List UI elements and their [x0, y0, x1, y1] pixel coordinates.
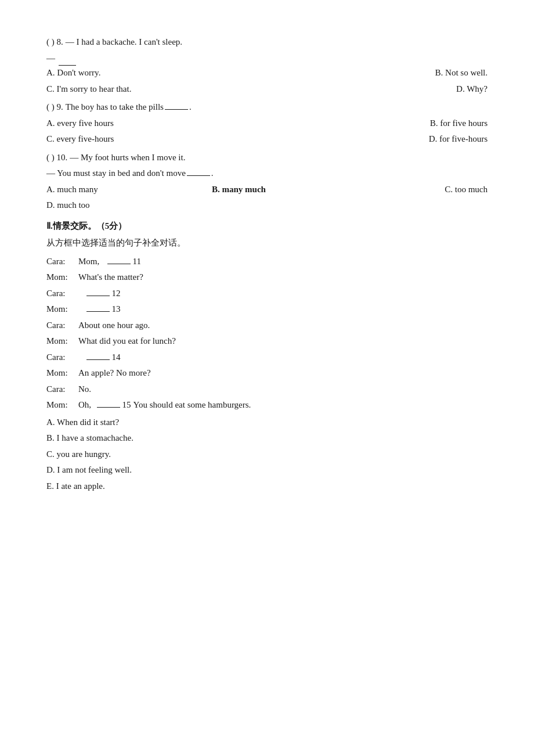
- q8-dash: —: [46, 51, 488, 66]
- blank-12-num: 12: [112, 286, 121, 301]
- speaker-cara-4: Cara:: [46, 350, 78, 365]
- q10-answer-d: D. much too: [46, 198, 488, 213]
- q8-answer-d: D. Why?: [267, 82, 488, 97]
- mom-text-5b: You should eat some hamburgers.: [134, 398, 251, 413]
- question-10: ( ) 10. — My foot hurts when I move it. …: [46, 150, 488, 213]
- question-9: ( ) 9. The boy has to take the pills . A…: [46, 100, 488, 147]
- cara-text-2: [78, 286, 83, 301]
- q10-blank: [187, 175, 210, 176]
- q8-answer-b: B. Not so well.: [267, 66, 488, 81]
- dialogue-line-8: Mom: An apple? No more?: [46, 366, 488, 381]
- dialogue-line-2: Mom: What's the matter?: [46, 270, 488, 285]
- cara-text-5: No.: [78, 382, 91, 397]
- dialogue-line-9: Cara: No.: [46, 382, 488, 397]
- mom-text-3: What did you eat for lunch?: [78, 334, 176, 349]
- section2-instruction: 从方框中选择适当的句子补全对话。: [46, 236, 488, 251]
- speaker-mom-5: Mom:: [46, 398, 78, 413]
- mom-text-1: What's the matter?: [78, 270, 143, 285]
- q9-answer-a: A. every five hours: [46, 116, 267, 131]
- dialogue-line-4: Mom: 13: [46, 302, 488, 317]
- q10-answer-c: C. too much: [350, 182, 488, 197]
- q8-text: — I had a backache. I can't sleep.: [66, 35, 182, 50]
- option-c: C. you are hungry.: [46, 447, 488, 462]
- mom-text-2: [78, 302, 83, 317]
- option-e: E. I ate an apple.: [46, 479, 488, 494]
- blank-15: [97, 407, 120, 408]
- q8-answers-row2: C. I'm sorry to hear that. D. Why?: [46, 82, 488, 97]
- speaker-mom-1: Mom:: [46, 270, 78, 285]
- q8-answer-c: C. I'm sorry to hear that.: [46, 82, 267, 97]
- q8-prompt: ( ) 8. — I had a backache. I can't sleep…: [46, 35, 488, 50]
- speaker-cara-5: Cara:: [46, 382, 78, 397]
- q10-answer-b: B. many much: [212, 182, 350, 197]
- cara-text-4: [78, 350, 83, 365]
- cara-text-3: About one hour ago.: [78, 318, 150, 333]
- blank-13: [86, 311, 110, 312]
- q10-text1: — My foot hurts when I move it.: [70, 150, 185, 165]
- q10-answers-row1: A. much many B. many much C. too much: [46, 182, 488, 197]
- blank-14-num: 14: [112, 350, 121, 365]
- speaker-mom-3: Mom:: [46, 334, 78, 349]
- question-8: ( ) 8. — I had a backache. I can't sleep…: [46, 35, 488, 96]
- q9-text: The boy has to take the pills: [66, 100, 164, 115]
- option-d: D. I am not feeling well.: [46, 463, 488, 478]
- q10-prompt-line1: ( ) 10. — My foot hurts when I move it.: [46, 150, 488, 165]
- q9-answer-b: B. for five hours: [267, 116, 488, 131]
- q10-period: .: [211, 166, 214, 181]
- q9-period: .: [189, 100, 192, 115]
- q8-prefix: ( ) 8.: [46, 35, 63, 50]
- option-b: B. I have a stomachache.: [46, 431, 488, 446]
- blank-14: [86, 359, 110, 360]
- q9-prefix: ( ) 9.: [46, 100, 63, 115]
- mom-text-5a: Oh,: [78, 398, 96, 413]
- dialogue-line-6: Mom: What did you eat for lunch?: [46, 334, 488, 349]
- q10-answers-row2: D. much too: [46, 198, 488, 213]
- speaker-mom-4: Mom:: [46, 366, 78, 381]
- q10-answer-a: A. much many: [46, 182, 212, 197]
- speaker-cara-3: Cara:: [46, 318, 78, 333]
- speaker-cara-1: Cara:: [46, 254, 78, 269]
- cara-text-1: Mom,: [78, 254, 106, 269]
- q9-answer-c: C. every five-hours: [46, 132, 267, 147]
- mom-text-4: An apple? No more?: [78, 366, 151, 381]
- q9-blank: [165, 109, 188, 110]
- q9-prompt: ( ) 9. The boy has to take the pills .: [46, 100, 488, 115]
- option-a: A. When did it start?: [46, 415, 488, 430]
- dialogue-line-3: Cara: 12: [46, 286, 488, 301]
- q9-answers-row2: C. every five-hours D. for five-hours: [46, 132, 488, 147]
- dialogue-line-1: Cara: Mom, 11: [46, 254, 488, 269]
- section2-title: Ⅱ.情景交际。（5分）: [46, 219, 488, 234]
- q9-answers-row1: A. every five hours B. for five hours: [46, 116, 488, 131]
- dialogue-line-10: Mom: Oh, 15 You should eat some hamburge…: [46, 398, 488, 413]
- blank-11-num: 11: [133, 254, 141, 269]
- dialogue-line-7: Cara: 14: [46, 350, 488, 365]
- options-block: A. When did it start? B. I have a stomac…: [46, 415, 488, 494]
- q8-answers-row1: A. Don't worry. B. Not so well.: [46, 66, 488, 81]
- blank-15-num: 15: [122, 398, 131, 413]
- blank-13-num: 13: [112, 302, 121, 317]
- q9-answer-d: D. for five-hours: [267, 132, 488, 147]
- blank-11: [107, 264, 131, 264]
- blank-12: [86, 296, 110, 296]
- dialogue: Cara: Mom, 11 Mom: What's the matter? Ca…: [46, 254, 488, 413]
- q10-text2: — You must stay in bed and don't move: [46, 166, 186, 181]
- q10-prompt-line2: — You must stay in bed and don't move .: [46, 166, 488, 181]
- q8-answer-a: A. Don't worry.: [46, 66, 267, 81]
- speaker-mom-2: Mom:: [46, 302, 78, 317]
- dialogue-line-5: Cara: About one hour ago.: [46, 318, 488, 333]
- speaker-cara-2: Cara:: [46, 286, 78, 301]
- q10-prefix: ( ) 10.: [46, 150, 67, 165]
